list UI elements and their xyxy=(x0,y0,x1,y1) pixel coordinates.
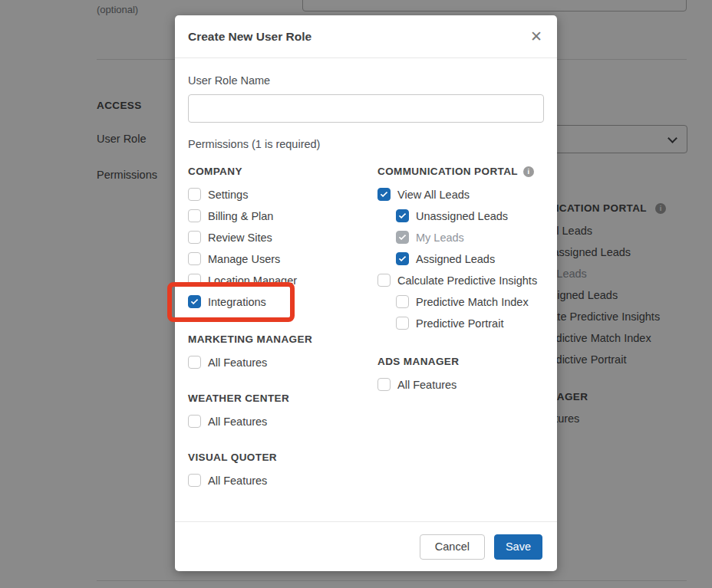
check-icon xyxy=(399,233,407,241)
check-icon xyxy=(399,212,407,219)
checkbox-label: All Features xyxy=(208,356,267,369)
company-section-header: COMPANY xyxy=(188,166,372,177)
checkbox[interactable] xyxy=(396,317,409,330)
checkbox-label: Predictive Match Index xyxy=(416,296,529,308)
checkbox-row-ads-all-features[interactable]: All Features xyxy=(377,378,555,391)
check-icon xyxy=(191,297,199,305)
checkbox-row-location-manager[interactable]: Location Manager xyxy=(188,274,372,287)
checkbox-label: Settings xyxy=(208,189,248,201)
checkbox-label: All Features xyxy=(397,379,457,391)
permissions-required-label: Permissions (1 is required) xyxy=(188,138,320,150)
checkbox[interactable] xyxy=(188,295,201,308)
permissions-column-right: COMMUNICATION PORTAL i View All Leads Un… xyxy=(377,166,555,399)
ads-manager-section-header: ADS MANAGER xyxy=(377,356,555,367)
checkbox-row-marketing-all-features[interactable]: All Features xyxy=(188,356,372,369)
communication-portal-section-header: COMMUNICATION PORTAL i xyxy=(377,166,555,177)
checkbox-label: Manage Users xyxy=(208,253,280,265)
checkbox-row-predictive-match-index[interactable]: Predictive Match Index xyxy=(396,295,555,308)
checkbox[interactable] xyxy=(188,356,201,369)
checkbox-label: Integrations xyxy=(208,296,266,308)
checkbox[interactable] xyxy=(188,252,201,265)
check-icon xyxy=(399,255,407,262)
checkbox[interactable] xyxy=(396,231,409,244)
info-icon[interactable]: i xyxy=(523,166,534,177)
checkbox[interactable] xyxy=(188,274,201,287)
checkbox-label: Calculate Predictive Insights xyxy=(397,274,537,287)
checkbox[interactable] xyxy=(377,378,391,391)
section-header-label: COMMUNICATION PORTAL xyxy=(377,166,518,177)
checkbox[interactable] xyxy=(188,231,201,244)
user-role-name-input[interactable] xyxy=(188,94,544,123)
weather-center-section-header: WEATHER CENTER xyxy=(188,393,372,404)
checkbox[interactable] xyxy=(188,474,201,487)
checkbox-row-visual-all-features[interactable]: All Features xyxy=(188,474,372,487)
checkbox-row-assigned-leads[interactable]: Assigned Leads xyxy=(396,252,555,265)
checkbox[interactable] xyxy=(188,209,201,222)
checkbox-label: Predictive Portrait xyxy=(416,317,503,330)
checkbox[interactable] xyxy=(396,209,409,222)
modal-header: Create New User Role ✕ xyxy=(175,15,557,58)
checkbox-label: Billing & Plan xyxy=(208,210,273,222)
checkbox-row-view-all-leads[interactable]: View All Leads xyxy=(377,188,555,201)
close-icon[interactable]: ✕ xyxy=(529,28,544,45)
checkbox-label: All Features xyxy=(208,475,267,487)
checkbox-label: All Features xyxy=(208,416,267,428)
modal-title: Create New User Role xyxy=(188,30,312,44)
checkbox-label: Unassigned Leads xyxy=(416,210,508,222)
check-icon xyxy=(381,190,388,198)
checkbox-row-unassigned-leads[interactable]: Unassigned Leads xyxy=(396,209,555,222)
checkbox-label: Review Sites xyxy=(208,232,272,244)
checkbox-row-billing-plan[interactable]: Billing & Plan xyxy=(188,209,372,222)
checkbox-row-calculate-predictive-insights[interactable]: Calculate Predictive Insights xyxy=(377,274,555,287)
checkbox[interactable] xyxy=(396,295,409,308)
visual-quoter-section-header: VISUAL QUOTER xyxy=(188,452,372,463)
permissions-column-left: COMPANY Settings Billing & Plan Review S… xyxy=(188,166,372,495)
checkbox-label: Assigned Leads xyxy=(416,253,495,265)
save-button[interactable]: Save xyxy=(494,534,542,560)
checkbox-row-review-sites[interactable]: Review Sites xyxy=(188,231,372,244)
create-user-role-modal: Create New User Role ✕ User Role Name Pe… xyxy=(175,15,557,571)
checkbox-label: View All Leads xyxy=(397,189,470,201)
checkbox-row-manage-users[interactable]: Manage Users xyxy=(188,252,372,265)
marketing-manager-section-header: MARKETING MANAGER xyxy=(188,334,372,345)
checkbox-label: My Leads xyxy=(416,232,464,244)
user-role-name-label: User Role Name xyxy=(188,74,270,87)
checkbox[interactable] xyxy=(377,188,391,201)
checkbox[interactable] xyxy=(188,188,201,201)
modal-footer: Cancel Save xyxy=(175,521,557,571)
cancel-button[interactable]: Cancel xyxy=(420,534,485,560)
checkbox-label: Location Manager xyxy=(208,274,297,287)
checkbox[interactable] xyxy=(377,274,391,287)
checkbox-row-weather-all-features[interactable]: All Features xyxy=(188,415,372,428)
checkbox-row-integrations[interactable]: Integrations xyxy=(188,295,372,308)
checkbox[interactable] xyxy=(396,252,409,265)
checkbox[interactable] xyxy=(188,415,201,428)
checkbox-row-my-leads[interactable]: My Leads xyxy=(396,231,555,244)
checkbox-row-predictive-portrait[interactable]: Predictive Portrait xyxy=(396,317,555,330)
checkbox-row-settings[interactable]: Settings xyxy=(188,188,372,201)
